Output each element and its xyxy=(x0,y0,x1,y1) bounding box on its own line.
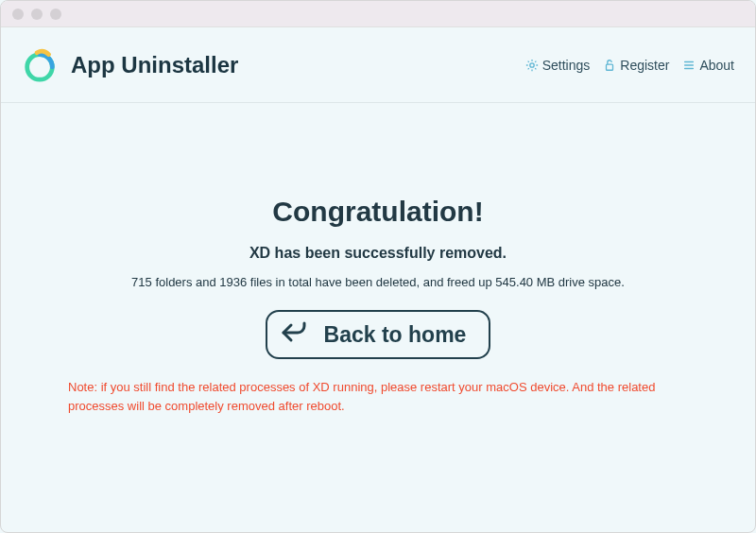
register-link[interactable]: Register xyxy=(603,58,669,73)
svg-rect-2 xyxy=(607,64,613,70)
note-text: Note: if you still find the related proc… xyxy=(19,378,737,415)
close-window-button[interactable] xyxy=(12,9,24,20)
app-logo-icon xyxy=(22,47,58,83)
svg-point-1 xyxy=(529,62,533,66)
back-arrow-icon xyxy=(281,319,307,350)
settings-label: Settings xyxy=(542,58,591,73)
gear-icon xyxy=(525,59,539,72)
minimize-window-button[interactable] xyxy=(31,9,43,20)
app-window: App Uninstaller Settings xyxy=(0,0,756,533)
back-button-label: Back to home xyxy=(324,322,467,348)
about-link[interactable]: About xyxy=(682,58,734,73)
lock-icon xyxy=(603,59,616,72)
settings-link[interactable]: Settings xyxy=(525,58,591,73)
menu-lines-icon xyxy=(682,59,696,72)
back-to-home-button[interactable]: Back to home xyxy=(266,310,491,359)
success-message: XD has been successfully removed. xyxy=(249,245,507,262)
brand: App Uninstaller xyxy=(22,47,238,83)
about-label: About xyxy=(699,58,734,73)
register-label: Register xyxy=(620,58,669,73)
main-content: Congratulation! XD has been successfully… xyxy=(1,103,755,532)
maximize-window-button[interactable] xyxy=(50,9,61,20)
titlebar xyxy=(1,1,755,27)
page-title: Congratulation! xyxy=(272,196,483,228)
header: App Uninstaller Settings xyxy=(1,27,755,103)
stats-message: 715 folders and 1936 files in total have… xyxy=(131,275,625,289)
app-title: App Uninstaller xyxy=(71,52,238,78)
header-menu: Settings Register xyxy=(525,58,734,73)
